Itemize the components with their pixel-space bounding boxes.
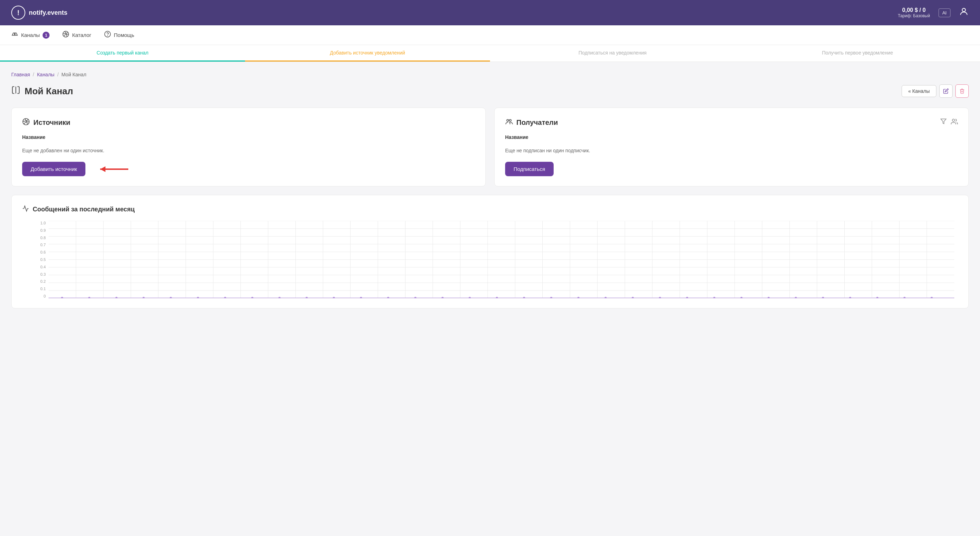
chart-wrapper: 1.0 0.9 0.8 0.7 0.6 0.5 0.4 0.3 0.2 0.1 …: [38, 221, 955, 298]
sources-card: Источники Название Еще не добавлен ни од…: [11, 108, 486, 187]
chart-title-text: Сообщений за последний месяц: [33, 206, 135, 213]
nav-channels-label: Каналы: [21, 32, 40, 38]
channels-icon: [11, 30, 18, 39]
svg-point-66: [333, 297, 335, 298]
svg-point-81: [740, 297, 742, 298]
svg-point-79: [686, 297, 688, 298]
recipients-empty-msg: Еще не подписан ни один подписчик.: [505, 148, 958, 153]
svg-point-88: [931, 297, 933, 298]
page-title: Мой Канал: [11, 86, 73, 97]
header-right: 0,00 $ / 0 Тариф: Базовый AI: [898, 7, 969, 19]
svg-point-61: [197, 297, 199, 298]
breadcrumb-home[interactable]: Главная: [11, 72, 30, 77]
svg-point-9: [509, 120, 511, 122]
svg-point-63: [251, 297, 253, 298]
y-label-07: 0.7: [38, 242, 46, 247]
page-title-text: Мой Канал: [25, 86, 73, 97]
svg-point-86: [876, 297, 878, 298]
svg-point-85: [849, 297, 851, 298]
svg-point-75: [578, 297, 580, 298]
sources-empty-msg: Еще не добавлен ни один источник.: [22, 148, 475, 153]
recipients-card-actions: [940, 118, 958, 127]
sources-title: Источники: [22, 118, 70, 127]
chart-title: Сообщений за последний месяц: [22, 205, 958, 214]
catalog-icon: [62, 30, 69, 39]
ai-button[interactable]: AI: [939, 8, 950, 17]
svg-point-60: [170, 297, 172, 298]
y-label-03: 0.3: [38, 272, 46, 276]
svg-point-77: [632, 297, 634, 298]
svg-marker-7: [100, 166, 105, 172]
filter-icon[interactable]: [940, 118, 947, 127]
recipients-column-header: Название: [505, 134, 958, 143]
svg-point-68: [387, 297, 389, 298]
y-label-05: 0.5: [38, 257, 46, 262]
chart-icon: [22, 205, 29, 214]
svg-point-56: [61, 297, 63, 298]
recipients-title-text: Получатели: [516, 118, 558, 127]
svg-point-65: [305, 297, 307, 298]
step-first-notification[interactable]: Получить первое уведомление: [735, 45, 980, 62]
breadcrumb-current: Мой Канал: [62, 72, 86, 77]
y-label-02: 0.2: [38, 279, 46, 284]
svg-point-71: [469, 297, 471, 298]
page-actions: « Каналы: [902, 85, 969, 98]
cards-row: Источники Название Еще не добавлен ни од…: [11, 108, 969, 187]
nav-help-label: Помощь: [114, 32, 134, 38]
breadcrumb: Главная / Каналы / Мой Канал: [11, 72, 969, 77]
tariff-label: Тариф: Базовый: [898, 13, 930, 18]
svg-point-87: [904, 297, 905, 298]
red-arrow: [97, 164, 132, 174]
svg-point-73: [523, 297, 525, 298]
sources-icon: [22, 118, 30, 127]
svg-point-74: [550, 297, 552, 298]
svg-point-84: [822, 297, 824, 298]
main-content: Главная / Каналы / Мой Канал Мой Канал «…: [0, 62, 980, 318]
svg-point-78: [659, 297, 661, 298]
svg-point-69: [414, 297, 417, 298]
step-add-source[interactable]: Добавить источник уведомлений: [245, 45, 490, 62]
y-label-06: 0.6: [38, 250, 46, 254]
step-subscribe[interactable]: Подписаться на уведомления: [490, 45, 735, 62]
svg-point-58: [115, 297, 118, 298]
y-label-04: 0.4: [38, 265, 46, 269]
edit-button[interactable]: [939, 85, 953, 98]
nav-catalog[interactable]: Каталог: [62, 29, 91, 41]
breadcrumb-channels[interactable]: Каналы: [37, 72, 54, 77]
nav-help[interactable]: Помощь: [104, 29, 134, 41]
sources-card-header: Источники: [22, 118, 475, 127]
recipients-title: Получатели: [505, 118, 558, 127]
svg-point-67: [360, 297, 362, 298]
header: ! notify.events 0,00 $ / 0 Тариф: Базовы…: [0, 0, 980, 26]
y-label-00: 0: [38, 294, 46, 298]
add-source-button[interactable]: Добавить источник: [22, 162, 86, 176]
breadcrumb-sep1: /: [33, 72, 34, 77]
delete-button[interactable]: [955, 85, 969, 98]
svg-point-11: [952, 119, 955, 122]
page-title-icon: [11, 86, 21, 97]
user-icon[interactable]: [959, 7, 969, 19]
logo-icon: !: [11, 6, 25, 20]
channels-badge: 1: [43, 32, 49, 39]
logo[interactable]: ! notify.events: [11, 6, 67, 20]
chart-grid-svg: [49, 221, 955, 298]
nav-channels[interactable]: Каналы 1: [11, 29, 49, 41]
svg-point-80: [713, 297, 715, 298]
sources-title-text: Источники: [33, 118, 70, 127]
subscribe-button[interactable]: Подписаться: [505, 162, 554, 176]
svg-point-57: [88, 297, 90, 298]
logo-text: notify.events: [29, 9, 67, 16]
back-to-channels-button[interactable]: « Каналы: [902, 85, 936, 97]
svg-marker-10: [941, 119, 946, 124]
svg-point-0: [962, 8, 965, 11]
svg-point-72: [496, 297, 498, 298]
svg-point-82: [768, 297, 770, 298]
svg-point-83: [795, 297, 797, 298]
breadcrumb-sep2: /: [57, 72, 59, 77]
recipients-icon: [505, 118, 513, 127]
balance-amount: 0,00 $ / 0: [898, 7, 930, 13]
users-icon[interactable]: [951, 118, 958, 127]
step-create-channel[interactable]: Создать первый канал: [0, 45, 245, 62]
nav-catalog-label: Каталог: [72, 32, 91, 38]
recipients-card-header: Получатели: [505, 118, 958, 127]
